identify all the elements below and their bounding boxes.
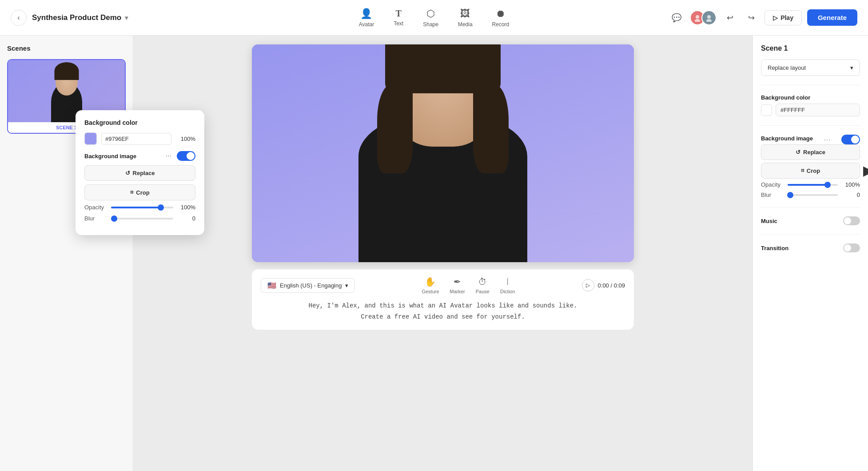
divider-1 [761,85,860,85]
transition-row: Transition [761,243,860,252]
pause-tool[interactable]: ⏱ Pause [476,277,490,294]
video-canvas[interactable] [252,44,634,262]
bottom-text-area: 🇺🇸 English (US) - Engaging ▾ ✋ Gesture ✒… [252,269,634,330]
blur-display: 0 [178,215,195,222]
comment-button[interactable]: 💬 [669,10,685,26]
script-text: Hey, I'm Alex, and this is what an AI Av… [261,300,625,323]
bg-image-options-right[interactable]: ··· [824,135,831,144]
opacity-track-right[interactable] [788,184,838,186]
svg-point-3 [706,19,712,22]
bottom-toolbar: 🇺🇸 English (US) - Engaging ▾ ✋ Gesture ✒… [261,276,625,294]
main-layout: Scenes SCENE 1 Background color 100% Bac… [0,36,868,471]
nav-tool-text[interactable]: T Text [385,5,412,30]
blur-track[interactable] [111,218,173,220]
lang-chevron-icon: ▾ [345,282,348,289]
scene-number: Scene 1 [761,44,860,52]
play-small-button[interactable]: ▷ [582,279,594,291]
blur-label: Blur [84,215,107,222]
replace-layout-dropdown[interactable]: Replace layout ▾ [761,60,860,76]
color-swatch-right[interactable] [761,104,772,116]
bg-image-toggle-right[interactable] [841,135,860,144]
replace-button-right[interactable]: ↺ Replace [761,144,860,160]
top-nav: ‹ Synthesia Product Demo ▾ 👤 Avatar T Te… [0,0,868,36]
music-row: Music [761,216,860,225]
music-toggle[interactable] [843,216,860,225]
video-bg [252,44,634,262]
opacity-val-right: 100% [842,181,860,188]
pause-icon: ⏱ [478,277,487,287]
title-chevron-icon: ▾ [125,14,128,21]
diction-tool[interactable]: 𝆃 Diction [500,277,515,294]
bg-color-popup: Background color 100% Background image ·… [76,110,204,235]
divider-3 [761,207,860,208]
nav-tool-avatar[interactable]: 👤 Avatar [350,4,383,31]
back-button[interactable]: ‹ [11,10,27,26]
undo-button[interactable]: ↩ [722,10,738,26]
generate-button[interactable]: Generate [807,9,857,26]
text-icon: T [396,8,402,19]
cursor-pointer: ▶ [863,164,868,178]
avatar-hair-right [473,84,509,173]
marker-tool[interactable]: ✒ Marker [450,276,465,294]
transition-label: Transition [761,245,788,251]
flag-icon: 🇺🇸 [267,281,276,290]
bg-image-section: Background image ··· ↺ Replace ⌗ Crop ▶ … [761,135,860,198]
nav-right: 💬 ↩ ↪ ▷ Play Generate [669,9,857,26]
blur-right-label: Blur [761,192,783,198]
bg-image-row: Background image ··· [84,151,195,161]
marker-icon: ✒ [454,276,461,287]
divider-2 [761,125,860,126]
avatar-2 [701,10,717,25]
nav-tool-shape[interactable]: ⬡ Shape [414,4,447,31]
blur-thumb[interactable] [111,216,117,222]
divider-4 [761,234,860,235]
opacity-value-display: 100% [176,136,195,142]
color-row-right [761,104,860,116]
crop-button-right[interactable]: ⌗ Crop ▶ [761,163,860,179]
opacity-thumb[interactable] [158,204,164,211]
nav-tool-media[interactable]: 🖼 Media [449,4,482,31]
left-sidebar: Scenes SCENE 1 [0,36,133,471]
project-title[interactable]: Synthesia Product Demo ▾ [32,13,128,22]
gesture-icon: ✋ [425,276,436,287]
bottom-tools: ✋ Gesture ✒ Marker ⏱ Pause 𝆃 Diction [422,276,515,294]
crop-right-icon: ⌗ [801,167,804,174]
avatar-icon: 👤 [360,8,372,20]
scenes-title: Scenes [7,44,126,52]
color-swatch[interactable] [84,132,97,145]
crop-button[interactable]: ⌗ Crop [84,184,195,200]
bg-image-toggle[interactable] [177,151,195,161]
replace-button[interactable]: ↺ Replace [84,165,195,181]
color-input-right[interactable] [776,104,860,116]
opacity-track[interactable] [111,207,173,208]
color-picker-row: 100% [84,132,195,145]
bg-image-options-button[interactable]: ··· [164,151,173,161]
bg-color-section: Background color [761,94,860,116]
crop-icon: ⌗ [130,189,133,196]
avatar-hair-left [377,84,413,173]
diction-icon: 𝆃 [507,277,509,287]
blur-slider-row: Blur 0 [84,215,195,222]
blur-thumb-right[interactable] [787,192,793,198]
opacity-slider-right: Opacity 100% [761,181,860,188]
opacity-right-label: Opacity [761,181,783,188]
blur-val-right: 0 [842,192,860,198]
play-button[interactable]: ▷ Play [764,10,802,25]
nav-tool-record[interactable]: ⏺ Record [483,4,518,31]
language-selector[interactable]: 🇺🇸 English (US) - Engaging ▾ [261,278,355,293]
transition-toggle[interactable] [843,243,860,252]
color-value-input[interactable] [101,133,171,145]
opacity-thumb-right[interactable] [824,182,831,188]
popup-title: Background color [84,119,195,126]
redo-button[interactable]: ↪ [743,10,759,26]
blur-track-right[interactable] [788,194,838,196]
bg-color-right-title: Background color [761,94,860,101]
shape-icon: ⬡ [426,8,435,20]
svg-point-0 [696,15,699,19]
opacity-fill [111,207,161,208]
media-icon: 🖼 [460,8,470,20]
music-label: Music [761,218,777,224]
gesture-tool[interactable]: ✋ Gesture [422,276,439,294]
replace-layout-chevron-icon: ▾ [850,64,853,71]
replace-icon: ↺ [125,170,130,176]
